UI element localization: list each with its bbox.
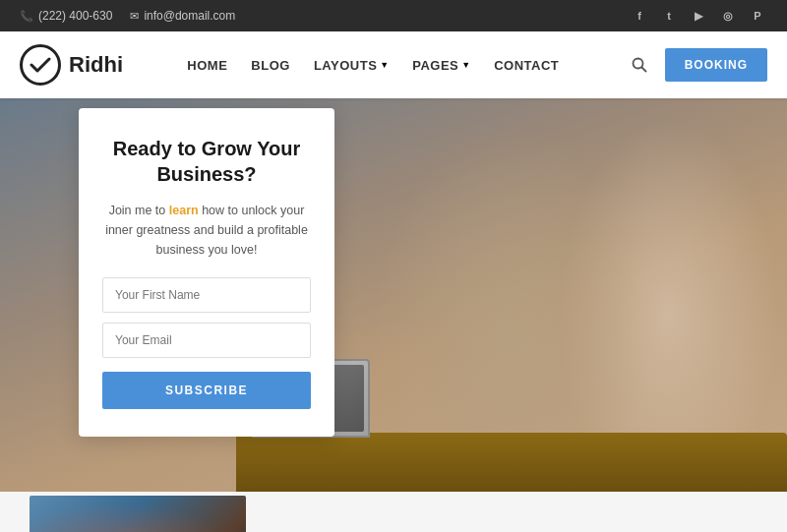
header-right: BOOKING (624, 48, 767, 82)
bottom-thumbnail (30, 496, 246, 532)
top-bar: 📞 (222) 400-630 ✉ info@domail.com f t ▶ … (0, 0, 787, 31)
facebook-link[interactable]: f (630, 6, 649, 26)
subscribe-button[interactable]: SUBSCRIBE (102, 372, 311, 409)
nav-pages-link[interactable]: PAGES (412, 58, 458, 73)
chevron-down-icon-pages: ▼ (461, 60, 470, 70)
nav-layouts[interactable]: LAYOUTS ▼ (314, 58, 389, 73)
twitter-link[interactable]: t (659, 6, 679, 26)
logo-icon (20, 44, 61, 86)
logo-text: Ridhi (69, 52, 123, 78)
form-heading: Ready to Grow Your Business? (102, 136, 311, 187)
email-icon: ✉ (130, 10, 139, 23)
pinterest-link[interactable]: P (748, 6, 767, 26)
top-bar-left: 📞 (222) 400-630 ✉ info@domail.com (20, 9, 235, 23)
main-nav: HOME BLOG LAYOUTS ▼ PAGES ▼ CONTACT (187, 58, 559, 73)
form-desc-highlight: learn (169, 204, 199, 217)
signup-form-card: Ready to Grow Your Business? Join me to … (79, 108, 334, 437)
email-info: ✉ info@domail.com (130, 9, 235, 23)
phone-number: (222) 400-630 (38, 9, 112, 23)
phone-icon: 📞 (20, 10, 33, 23)
social-links: f t ▶ ◎ P (630, 6, 767, 26)
nav-blog[interactable]: BLOG (251, 58, 290, 73)
bottom-strip (0, 492, 787, 531)
search-icon[interactable] (624, 49, 655, 81)
youtube-link[interactable]: ▶ (689, 6, 708, 26)
first-name-input[interactable] (102, 277, 311, 313)
form-description: Join me to learn how to unlock your inne… (102, 201, 311, 260)
nav-layouts-link[interactable]: LAYOUTS (314, 58, 377, 73)
nav-pages[interactable]: PAGES ▼ (412, 58, 470, 73)
booking-button[interactable]: BOOKING (665, 48, 767, 82)
nav-home[interactable]: HOME (187, 58, 227, 73)
pinterest-icon: P (748, 6, 767, 26)
svg-line-1 (641, 68, 645, 72)
hero-section: Ready to Grow Your Business? Join me to … (0, 98, 787, 492)
nav-contact[interactable]: CONTACT (494, 58, 559, 73)
logo[interactable]: Ridhi (20, 44, 123, 86)
email-address: info@domail.com (144, 9, 235, 23)
facebook-icon: f (630, 6, 649, 26)
table-element (236, 433, 787, 492)
phone-info: 📞 (222) 400-630 (20, 9, 112, 23)
form-desc-pre: Join me to (109, 204, 169, 217)
youtube-icon: ▶ (689, 6, 708, 26)
twitter-icon: t (659, 6, 679, 26)
chevron-down-icon: ▼ (380, 60, 389, 70)
instagram-icon: ◎ (718, 6, 738, 26)
email-input[interactable] (102, 323, 311, 358)
instagram-link[interactable]: ◎ (718, 6, 738, 26)
header: Ridhi HOME BLOG LAYOUTS ▼ PAGES ▼ CONTAC… (0, 31, 787, 98)
